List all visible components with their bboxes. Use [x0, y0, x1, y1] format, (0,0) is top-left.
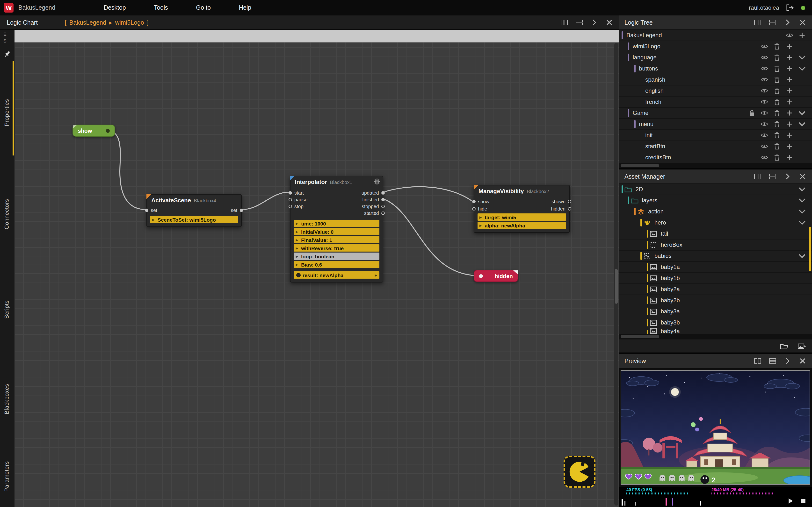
plus-icon[interactable] [783, 143, 796, 150]
wire-show-to-activatescene[interactable] [108, 130, 146, 210]
chevron-icon[interactable] [796, 208, 808, 215]
asset-item-babies[interactable]: babies [619, 250, 812, 262]
logic-tree-item-english[interactable]: english [619, 86, 812, 97]
plus-icon[interactable] [783, 43, 796, 50]
trash-icon[interactable] [770, 143, 783, 150]
field-time[interactable]: time: 1000 [294, 220, 379, 227]
logout-icon[interactable] [786, 4, 794, 11]
gear-icon[interactable] [373, 178, 380, 185]
stop-button[interactable] [800, 498, 806, 504]
port-hidden[interactable]: hidden [551, 205, 571, 212]
chevron-icon[interactable] [796, 110, 808, 116]
breadcrumb-root[interactable]: BakusLegend [69, 19, 106, 26]
new-folder-icon[interactable] [780, 343, 789, 349]
asset-item-2d[interactable]: 2D [619, 184, 812, 195]
logic-tree-item-french[interactable]: french [619, 97, 812, 108]
field-result-newalpha[interactable]: result: newAlpha [294, 271, 379, 279]
plus-icon[interactable] [783, 154, 796, 161]
tab-properties[interactable]: Properties [4, 99, 10, 126]
plus-icon[interactable] [783, 88, 796, 94]
eye-icon[interactable] [758, 132, 770, 138]
eye-icon[interactable] [758, 110, 770, 116]
field-initialvalue[interactable]: InitialValue: 0 [294, 228, 379, 235]
expand-panel-icon[interactable] [784, 173, 791, 180]
asset-item-baby1b[interactable]: baby1b [619, 273, 812, 284]
trash-icon[interactable] [770, 76, 783, 83]
port-hide[interactable]: hide [472, 205, 487, 212]
asset-item-tail[interactable]: tail [619, 228, 812, 239]
asset-item-herobox[interactable]: heroBox [619, 239, 812, 250]
wimi5-logo[interactable]: W [4, 3, 13, 12]
logic-tree-item-menu[interactable]: menu [619, 119, 812, 130]
layout-rows-icon[interactable] [769, 173, 776, 180]
asset-manager-hscrollbar[interactable] [619, 334, 812, 339]
layout-rows-icon[interactable] [576, 19, 583, 25]
eye-icon[interactable] [758, 88, 770, 94]
port-set-in[interactable]: set [145, 207, 157, 213]
port-started[interactable]: started [364, 210, 385, 216]
port-pause[interactable]: pause [289, 196, 308, 203]
eye-icon[interactable] [758, 54, 770, 61]
field-loop-selected[interactable]: loop: boolean [294, 252, 379, 260]
logic-tree-item-buttons[interactable]: buttons [619, 63, 812, 74]
port-show[interactable]: show [472, 198, 489, 205]
plus-icon[interactable] [783, 99, 796, 105]
logic-chart-canvas[interactable]: show ActivateScene Blackbox4 set set Sce… [14, 30, 619, 507]
wire-interpolator-to-managevisibility[interactable] [383, 187, 472, 201]
expand-panel-icon[interactable] [784, 358, 791, 364]
eye-icon[interactable] [758, 43, 770, 50]
field-bias[interactable]: Bias: 0.6 [294, 261, 379, 268]
close-panel-icon[interactable] [799, 358, 806, 364]
eye-icon[interactable] [783, 32, 796, 39]
port-shown[interactable]: shown [552, 198, 571, 205]
add-image-icon[interactable] [798, 343, 806, 349]
plus-icon[interactable] [783, 110, 796, 116]
chevron-icon[interactable] [796, 121, 808, 127]
plus-icon[interactable] [783, 65, 796, 72]
close-panel-icon[interactable] [799, 173, 806, 180]
plus-icon[interactable] [783, 54, 796, 61]
tab-parameters[interactable]: Parameters [4, 461, 10, 492]
chevron-icon[interactable] [796, 186, 808, 193]
node-managevisibility[interactable]: ManageVisibility Blackbox2 show shown hi… [474, 185, 570, 233]
port-updated[interactable]: updated [361, 189, 385, 196]
eye-icon[interactable] [758, 99, 770, 105]
trash-icon[interactable] [770, 132, 783, 138]
breadcrumb-current[interactable]: wimi5Logo [115, 19, 144, 26]
layout-columns-icon[interactable] [754, 19, 761, 25]
collapsed-tab-s[interactable]: S [3, 38, 6, 44]
plus-icon[interactable] [783, 76, 796, 83]
wire-interpolator-to-hidden[interactable] [383, 199, 479, 276]
play-button[interactable] [788, 498, 794, 504]
lock-icon[interactable] [745, 110, 758, 116]
chevron-icon[interactable] [796, 252, 808, 259]
asset-manager-vscrollbar[interactable] [809, 227, 811, 271]
scrollbar-thumb[interactable] [621, 335, 659, 338]
asset-item-baby4a[interactable]: baby4a [619, 328, 812, 334]
trash-icon[interactable] [770, 110, 783, 116]
logic-tree-item-creditsbtn[interactable]: creditsBtn [619, 152, 812, 163]
field-finalvalue[interactable]: FinalValue: 1 [294, 236, 379, 243]
eye-icon[interactable] [758, 143, 770, 150]
asset-item-baby1a[interactable]: baby1a [619, 262, 812, 273]
asset-item-baby3a[interactable]: baby3a [619, 306, 812, 317]
layout-rows-icon[interactable] [769, 358, 776, 364]
eye-icon[interactable] [758, 76, 770, 83]
close-panel-icon[interactable] [799, 19, 806, 25]
wire-activatescene-to-interpolator[interactable] [242, 192, 289, 210]
logic-tree-item-startbtn[interactable]: startBtn [619, 141, 812, 152]
trash-icon[interactable] [770, 65, 783, 72]
plus-icon[interactable] [796, 32, 808, 39]
port-stopped[interactable]: stopped [362, 203, 385, 210]
tab-scripts[interactable]: Scripts [4, 300, 10, 319]
trash-icon[interactable] [770, 121, 783, 127]
logic-tree-hscrollbar[interactable] [619, 163, 812, 168]
layout-rows-icon[interactable] [769, 19, 776, 25]
menu-desktop[interactable]: Desktop [104, 4, 126, 11]
logic-tree-item-wimi5logo[interactable]: wimi5Logo [619, 41, 812, 52]
port-start[interactable]: start [289, 189, 304, 196]
chevron-icon[interactable] [796, 65, 808, 72]
logic-tree-item-bakuslegend[interactable]: BakusLegend [619, 30, 812, 41]
field-target[interactable]: target: wimi5 [477, 213, 566, 221]
trash-icon[interactable] [770, 99, 783, 105]
